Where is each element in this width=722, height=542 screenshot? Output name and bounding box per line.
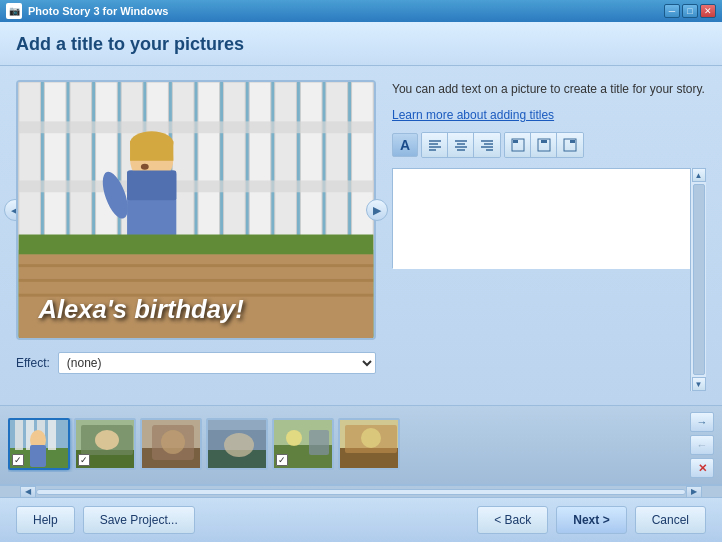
svg-rect-12 <box>275 82 297 249</box>
svg-rect-11 <box>249 82 271 249</box>
film-thumb-4[interactable] <box>206 418 268 470</box>
learn-more-link[interactable]: Learn more about adding titles <box>392 108 706 122</box>
thumb-checkbox-5[interactable]: ✓ <box>276 454 288 466</box>
filmstrip-scroll-left-button[interactable]: ◀ <box>20 486 36 498</box>
thumb-checkbox-2[interactable]: ✓ <box>78 454 90 466</box>
window-body: Add a title to your pictures ◀ <box>0 22 722 542</box>
text-toolbar: A <box>392 132 706 158</box>
svg-point-72 <box>286 430 302 446</box>
filmstrip-scrollbar: ◀ ▶ <box>0 485 722 497</box>
title-bar-text: Photo Story 3 for Windows <box>28 5 658 17</box>
scroll-thumb[interactable] <box>693 184 705 375</box>
title-bar-controls: ─ □ ✕ <box>664 4 716 18</box>
filmstrip-area: ✓ ✓ <box>0 405 722 485</box>
title-text-input[interactable] <box>393 169 705 269</box>
svg-rect-22 <box>127 171 176 201</box>
page-title: Add a title to your pictures <box>16 34 706 55</box>
photo-nav-right[interactable]: ▶ <box>366 199 388 221</box>
film-thumb-6[interactable] <box>338 418 400 470</box>
filmstrip-delete-button[interactable]: ✕ <box>690 458 714 478</box>
svg-text:Alexa's birthday!: Alexa's birthday! <box>37 295 244 323</box>
save-project-button[interactable]: Save Project... <box>83 506 195 534</box>
title-bar: 📷 Photo Story 3 for Windows ─ □ ✕ <box>0 0 722 22</box>
header-area: Add a title to your pictures <box>0 22 722 66</box>
svg-point-24 <box>141 164 149 170</box>
svg-rect-49 <box>570 140 575 143</box>
svg-rect-21 <box>130 141 173 161</box>
svg-point-65 <box>161 430 185 454</box>
photo-wrapper: ◀ <box>16 80 376 340</box>
scrollbar: ▲ ▼ <box>690 168 706 391</box>
svg-rect-16 <box>19 121 373 133</box>
svg-rect-28 <box>19 264 373 267</box>
svg-point-61 <box>95 430 119 450</box>
svg-rect-17 <box>19 180 373 192</box>
bottom-bar: Help Save Project... < Back Next > Cance… <box>0 497 722 542</box>
svg-rect-55 <box>48 420 56 450</box>
cancel-button[interactable]: Cancel <box>635 506 706 534</box>
effect-select[interactable]: (none) <box>58 352 376 374</box>
filmstrip-scroll-area: ✓ ✓ <box>8 418 684 472</box>
position-buttons <box>504 132 584 158</box>
scroll-up-button[interactable]: ▲ <box>692 168 706 182</box>
svg-rect-26 <box>19 235 373 255</box>
svg-rect-9 <box>198 82 220 249</box>
maximize-button[interactable]: □ <box>682 4 698 18</box>
svg-rect-13 <box>300 82 322 249</box>
svg-rect-3 <box>44 82 66 249</box>
left-panel: ◀ <box>16 80 376 391</box>
filmstrip-scroll-track <box>36 489 686 495</box>
svg-rect-73 <box>309 430 329 455</box>
next-button[interactable]: Next > <box>556 506 626 534</box>
svg-rect-14 <box>326 82 348 249</box>
align-buttons <box>421 132 501 158</box>
effect-label: Effect: <box>16 356 50 370</box>
pos-top-right-button[interactable] <box>557 133 583 157</box>
scroll-down-button[interactable]: ▼ <box>692 377 706 391</box>
filmstrip-scroll-right-button[interactable]: ▶ <box>686 486 702 498</box>
filmstrip-controls: → ← ✕ <box>684 412 714 478</box>
svg-rect-4 <box>70 82 92 249</box>
align-left-button[interactable] <box>422 133 448 157</box>
film-thumb-2[interactable]: ✓ <box>74 418 136 470</box>
film-thumb-5[interactable]: ✓ <box>272 418 334 470</box>
svg-rect-15 <box>352 82 374 249</box>
svg-rect-57 <box>30 445 46 467</box>
minimize-button[interactable]: ─ <box>664 4 680 18</box>
back-button[interactable]: < Back <box>477 506 548 534</box>
film-thumb-1[interactable]: ✓ <box>8 418 70 470</box>
svg-rect-10 <box>224 82 246 249</box>
filmstrip-inner: ✓ ✓ <box>8 418 684 472</box>
film-thumb-3[interactable] <box>140 418 202 470</box>
pos-top-left-button[interactable] <box>505 133 531 157</box>
photo-image: Alexa's birthday! <box>18 82 374 338</box>
info-description: You can add text on a picture to create … <box>392 80 706 98</box>
close-button[interactable]: ✕ <box>700 4 716 18</box>
photo-frame: Alexa's birthday! <box>16 80 376 340</box>
content-area: ◀ <box>0 66 722 405</box>
svg-point-77 <box>361 428 381 448</box>
thumb-checkbox-1[interactable]: ✓ <box>12 454 24 466</box>
right-panel: You can add text on a picture to create … <box>392 80 706 391</box>
app-icon: 📷 <box>6 3 22 19</box>
pos-top-center-button[interactable] <box>531 133 557 157</box>
filmstrip-forward-button[interactable]: → <box>690 412 714 432</box>
svg-rect-52 <box>15 420 23 450</box>
svg-rect-47 <box>541 140 547 143</box>
font-button[interactable]: A <box>392 133 418 157</box>
svg-rect-2 <box>19 82 41 249</box>
align-center-button[interactable] <box>448 133 474 157</box>
svg-rect-5 <box>96 82 118 249</box>
effect-row: Effect: (none) <box>16 348 376 378</box>
svg-rect-45 <box>513 140 518 143</box>
text-area-wrapper: ▲ ▼ <box>392 168 706 391</box>
svg-rect-29 <box>19 279 373 282</box>
help-button[interactable]: Help <box>16 506 75 534</box>
align-right-button[interactable] <box>474 133 500 157</box>
filmstrip-back-button[interactable]: ← <box>690 435 714 455</box>
svg-point-69 <box>224 433 254 457</box>
